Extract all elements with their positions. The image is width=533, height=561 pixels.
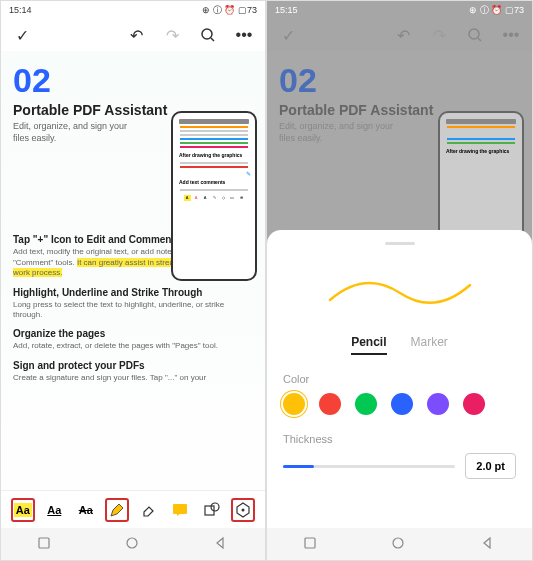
underline-tool[interactable]: Aa — [42, 498, 66, 522]
phone-sec1: After drawing the graphics — [177, 150, 251, 160]
color-yellow[interactable] — [283, 393, 305, 415]
color-pink[interactable] — [463, 393, 485, 415]
svg-point-4 — [211, 503, 219, 511]
tool-tabs: Pencil Marker — [283, 335, 516, 355]
phone-header — [179, 119, 249, 124]
svg-point-8 — [469, 29, 479, 39]
annotation-toolbar: Aa Aa Aa — [1, 490, 265, 528]
status-bar: 15:14 ⊕ ⓘ ⏰ ▢73 — [1, 1, 265, 19]
phone-mockup: After drawing the graphics ✎ Add text co… — [171, 111, 257, 281]
left-screen: 15:14 ⊕ ⓘ ⏰ ▢73 ✓ ↶ ↷ ••• 02 Portable PD… — [0, 0, 266, 561]
svg-rect-6 — [39, 538, 49, 548]
pencil-tool[interactable] — [105, 498, 129, 522]
status-bar: 15:15 ⊕ ⓘ ⏰ ▢73 — [267, 1, 532, 19]
svg-point-0 — [202, 29, 212, 39]
color-swatches — [283, 393, 516, 415]
sheet-handle[interactable] — [385, 242, 415, 245]
svg-point-7 — [127, 538, 137, 548]
svg-line-1 — [211, 38, 214, 41]
svg-point-5 — [242, 508, 245, 511]
section-heading: Sign and protect your PDFs — [13, 360, 253, 371]
tab-marker[interactable]: Marker — [411, 335, 448, 355]
undo-icon[interactable]: ↶ — [394, 26, 412, 44]
status-time: 15:14 — [9, 5, 32, 15]
section-text: Create a signature and sign your files. … — [13, 373, 253, 383]
stroke-preview — [283, 255, 516, 325]
page-subtitle: Edit, organize, and sign your files easi… — [13, 121, 143, 144]
strikethrough-tool[interactable]: Aa — [74, 498, 98, 522]
nav-recent-icon[interactable] — [37, 536, 53, 552]
nav-home-icon[interactable] — [125, 536, 141, 552]
note-tool[interactable] — [168, 498, 192, 522]
toolbar: ✓ ↶ ↷ ••• — [1, 19, 265, 51]
thickness-slider[interactable] — [283, 465, 455, 468]
section-highlight: Highlight, Underline and Strike Through … — [13, 287, 253, 321]
svg-line-9 — [478, 38, 481, 41]
more-icon[interactable]: ••• — [235, 26, 253, 44]
thickness-label: Thickness — [283, 433, 516, 445]
nav-back-icon[interactable] — [213, 536, 229, 552]
undo-icon[interactable]: ↶ — [127, 26, 145, 44]
status-icons: ⊕ ⓘ ⏰ ▢73 — [202, 4, 257, 17]
tab-pencil[interactable]: Pencil — [351, 335, 386, 355]
search-icon[interactable] — [466, 26, 484, 44]
status-icons: ⊕ ⓘ ⏰ ▢73 — [469, 4, 524, 17]
nav-back-icon[interactable] — [480, 536, 496, 552]
phone-sec2: Add text comments — [177, 177, 251, 187]
status-time: 15:15 — [275, 5, 298, 15]
right-screen: 15:15 ⊕ ⓘ ⏰ ▢73 ✓ ↶ ↷ ••• 02 Portable PD… — [266, 0, 533, 561]
color-blue[interactable] — [391, 393, 413, 415]
color-label: Color — [283, 373, 516, 385]
pencil-sheet: Pencil Marker Color Thickness 2.0 pt — [267, 230, 532, 560]
color-green[interactable] — [355, 393, 377, 415]
color-red[interactable] — [319, 393, 341, 415]
section-text: Add, rotate, extract, or delete the page… — [13, 341, 253, 351]
redo-icon[interactable]: ↷ — [430, 26, 448, 44]
section-heading: Highlight, Underline and Strike Through — [13, 287, 253, 298]
svg-rect-2 — [173, 504, 187, 514]
content: 02 Portable PDF Assistant Edit, organize… — [1, 51, 265, 510]
redo-icon[interactable]: ↷ — [163, 26, 181, 44]
toolbar: ✓ ↶ ↷ ••• — [267, 19, 532, 51]
more-icon[interactable]: ••• — [502, 26, 520, 44]
thickness-value[interactable]: 2.0 pt — [465, 453, 516, 479]
system-nav — [1, 528, 265, 560]
svg-rect-10 — [305, 538, 315, 548]
eraser-tool[interactable] — [137, 498, 161, 522]
system-nav — [267, 528, 532, 560]
section-text: Long press to select the text to highlig… — [13, 300, 253, 321]
shape-tool[interactable] — [200, 498, 224, 522]
settings-tool[interactable] — [231, 498, 255, 522]
confirm-icon[interactable]: ✓ — [279, 26, 297, 44]
nav-recent-icon[interactable] — [303, 536, 319, 552]
section-heading: Organize the pages — [13, 328, 253, 339]
page-number: 02 — [13, 61, 253, 100]
color-purple[interactable] — [427, 393, 449, 415]
svg-point-11 — [393, 538, 403, 548]
search-icon[interactable] — [199, 26, 217, 44]
highlight-tool[interactable]: Aa — [11, 498, 35, 522]
section-organize: Organize the pages Add, rotate, extract,… — [13, 328, 253, 351]
confirm-icon[interactable]: ✓ — [13, 26, 31, 44]
page-number: 02 — [279, 61, 520, 100]
section-sign: Sign and protect your PDFs Create a sign… — [13, 360, 253, 383]
page-subtitle: Edit, organize, and sign your files easi… — [279, 121, 409, 144]
nav-home-icon[interactable] — [391, 536, 407, 552]
